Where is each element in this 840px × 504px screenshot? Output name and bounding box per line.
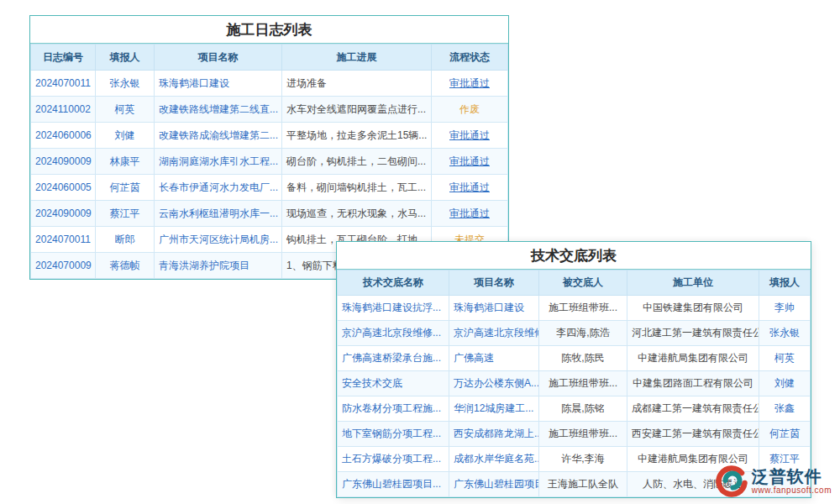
tech-project-cell[interactable]: 珠海鹤港口建设: [449, 296, 539, 321]
log-reporter-cell[interactable]: 刘健: [96, 123, 155, 149]
tech-reporter-cell[interactable]: 张永银: [759, 321, 811, 346]
tech-receiver-cell: 李四海,陈浩: [539, 321, 627, 346]
log-project-cell[interactable]: 改建铁路成渝线增建第二...: [155, 123, 282, 149]
tech-name-cell[interactable]: 京沪高速北京段维修...: [338, 321, 449, 346]
tech-receiver-cell: 陈牧,陈民: [539, 346, 627, 371]
tech-project-cell[interactable]: 华润12城房建工...: [449, 396, 539, 422]
table-row[interactable]: 防水卷材分项工程施...华润12城房建工...陈晨,陈铭成都建工第一建筑有限责任…: [338, 396, 811, 422]
tech-name-cell[interactable]: 广东佛山碧桂园项目...: [338, 472, 449, 497]
log-reporter-cell[interactable]: 林康平: [96, 149, 155, 175]
table-row[interactable]: 地下室钢筋分项工程...西安成都路龙湖上...施工班组带班...西安建工第一建筑…: [338, 422, 811, 447]
tech-project-cell[interactable]: 万达办公楼东侧A...: [449, 371, 539, 396]
log-id-cell[interactable]: 2024070011: [31, 227, 96, 253]
tech-unit-cell: 成都建工第一建筑有限责任公司: [627, 396, 759, 422]
watermark-url: www.fanpusoft.com: [752, 486, 832, 495]
log-status-cell[interactable]: 审批通过: [432, 71, 508, 97]
log-id-cell[interactable]: 2024060006: [31, 123, 96, 149]
log-reporter-cell[interactable]: 张永银: [96, 71, 155, 97]
table-row[interactable]: 京沪高速北京段维修...京沪高速北京段维修李四海,陈浩河北建工第一建筑有限责任公…: [338, 321, 811, 346]
tech-receiver-cell: 许华,李海: [539, 447, 627, 472]
log-id-cell[interactable]: 2024110002: [31, 97, 96, 123]
tech-col-project: 项目名称: [449, 270, 539, 296]
tech-reporter-cell[interactable]: 李帅: [759, 296, 811, 321]
log-header-row: 日志编号 填报人 项目名称 施工进展 流程状态: [31, 45, 508, 71]
tech-receiver-cell: 施工班组带班...: [539, 296, 627, 321]
tech-unit-cell: 中建集团路面工程有限公司: [627, 371, 759, 396]
log-project-cell[interactable]: 珠海鹤港口建设: [155, 71, 282, 97]
log-progress-cell: 现场巡查，无积水现象，水马...: [282, 201, 432, 227]
log-status-cell[interactable]: 审批通过: [432, 201, 508, 227]
tech-receiver-cell: 陈晨,陈铭: [539, 396, 627, 422]
tech-col-receiver: 被交底人: [539, 270, 627, 296]
tech-receiver-cell: 施工班组带班...: [539, 422, 627, 447]
log-project-cell[interactable]: 广州市天河区统计局机房...: [155, 227, 282, 253]
log-reporter-cell[interactable]: 蒋德帧: [96, 253, 155, 279]
tech-name-cell[interactable]: 珠海鹤港口建设抗浮...: [338, 296, 449, 321]
tech-project-cell[interactable]: 广东佛山碧桂园项目: [449, 472, 539, 497]
tech-project-cell[interactable]: 西安成都路龙湖上...: [449, 422, 539, 447]
log-progress-cell: 备料，砌间墙钩机排土，瓦工...: [282, 175, 432, 201]
log-col-project: 项目名称: [155, 45, 282, 71]
tech-name-cell[interactable]: 地下室钢筋分项工程...: [338, 422, 449, 447]
tech-unit-cell: 中建港航局集团有限公司: [627, 346, 759, 371]
tech-receiver-cell: 施工班组带班...: [539, 371, 627, 396]
tech-name-cell[interactable]: 防水卷材分项工程施...: [338, 396, 449, 422]
log-reporter-cell[interactable]: 柯英: [96, 97, 155, 123]
log-id-cell[interactable]: 2024060005: [31, 175, 96, 201]
tech-unit-cell: 中国铁建集团有限公司: [627, 296, 759, 321]
log-progress-cell: 平整场地，拉走多余泥土15辆...: [282, 123, 432, 149]
tech-reporter-cell[interactable]: 张鑫: [759, 396, 811, 422]
tech-reporter-cell[interactable]: 刘健: [759, 371, 811, 396]
log-col-reporter: 填报人: [96, 45, 155, 71]
log-panel-title: 施工日志列表: [30, 16, 508, 44]
log-status-cell[interactable]: 审批通过: [432, 175, 508, 201]
log-col-progress: 施工进展: [282, 45, 432, 71]
log-project-cell[interactable]: 改建铁路线增建第二线直...: [155, 97, 282, 123]
table-row[interactable]: 2024090009蔡江平云南水利枢纽潜明水库一...现场巡查，无积水现象，水马…: [31, 201, 508, 227]
log-progress-cell: 水车对全线遮阳网覆盖点进行...: [282, 97, 432, 123]
technical-disclosure-panel: 技术交底列表 技术交底名称 项目名称 被交底人 施工单位 填报人 珠海鹤港口建设…: [336, 241, 811, 498]
tech-name-cell[interactable]: 安全技术交底: [338, 371, 449, 396]
log-status-cell[interactable]: 作废: [432, 97, 508, 123]
log-project-cell[interactable]: 云南水利枢纽潜明水库一...: [155, 201, 282, 227]
log-reporter-cell[interactable]: 何芷茵: [96, 175, 155, 201]
table-row[interactable]: 2024060006刘健改建铁路成渝线增建第二...平整场地，拉走多余泥土15辆…: [31, 123, 508, 149]
table-row[interactable]: 珠海鹤港口建设抗浮...珠海鹤港口建设施工班组带班...中国铁建集团有限公司李帅: [338, 296, 811, 321]
log-id-cell[interactable]: 2024070011: [31, 71, 96, 97]
log-project-cell[interactable]: 青海洪湖养护院项目: [155, 253, 282, 279]
tech-col-reporter: 填报人: [759, 270, 811, 296]
tech-unit-cell: 西安建工第一建筑有限责任公司: [627, 422, 759, 447]
log-progress-cell: 进场准备: [282, 71, 432, 97]
log-col-id: 日志编号: [31, 45, 96, 71]
log-id-cell[interactable]: 2024090009: [31, 149, 96, 175]
tech-reporter-cell[interactable]: 柯英: [759, 346, 811, 371]
construction-log-panel: 施工日志列表 日志编号 填报人 项目名称 施工进展 流程状态 202407001…: [29, 15, 509, 280]
table-row[interactable]: 2024070011张永银珠海鹤港口建设进场准备审批通过: [31, 71, 508, 97]
log-reporter-cell[interactable]: 断郎: [96, 227, 155, 253]
tech-name-cell[interactable]: 广佛高速桥梁承台施...: [338, 346, 449, 371]
tech-project-cell[interactable]: 京沪高速北京段维修: [449, 321, 539, 346]
table-row[interactable]: 2024060005何芷茵长春市伊通河水力发电厂...备料，砌间墙钩机排土，瓦工…: [31, 175, 508, 201]
log-progress-cell: 砌台阶，钩机排土，二包砌间...: [282, 149, 432, 175]
watermark-brand: 泛普软件: [752, 467, 832, 486]
log-status-cell[interactable]: 审批通过: [432, 123, 508, 149]
tech-unit-cell: 河北建工第一建筑有限责任公司: [627, 321, 759, 346]
watermark-text: 泛普软件 www.fanpusoft.com: [752, 467, 832, 495]
log-col-status: 流程状态: [432, 45, 508, 71]
table-row[interactable]: 2024090009林康平湖南洞庭湖水库引水工程...砌台阶，钩机排土，二包砌间…: [31, 149, 508, 175]
log-project-cell[interactable]: 长春市伊通河水力发电厂...: [155, 175, 282, 201]
tech-reporter-cell[interactable]: 何芷茵: [759, 422, 811, 447]
table-row[interactable]: 2024110002柯英改建铁路线增建第二线直...水车对全线遮阳网覆盖点进行.…: [31, 97, 508, 123]
log-id-cell[interactable]: 2024090009: [31, 201, 96, 227]
tech-name-cell[interactable]: 土石方爆破分项工程...: [338, 447, 449, 472]
tech-project-cell[interactable]: 广佛高速: [449, 346, 539, 371]
log-id-cell[interactable]: 2024070009: [31, 253, 96, 279]
log-project-cell[interactable]: 湖南洞庭湖水库引水工程...: [155, 149, 282, 175]
log-status-cell[interactable]: 审批通过: [432, 149, 508, 175]
table-row[interactable]: 广佛高速桥梁承台施...广佛高速陈牧,陈民中建港航局集团有限公司柯英: [338, 346, 811, 371]
log-reporter-cell[interactable]: 蔡江平: [96, 201, 155, 227]
tech-header-row: 技术交底名称 项目名称 被交底人 施工单位 填报人: [338, 270, 811, 296]
table-row[interactable]: 安全技术交底万达办公楼东侧A...施工班组带班...中建集团路面工程有限公司刘健: [338, 371, 811, 396]
tech-col-name: 技术交底名称: [338, 270, 449, 296]
tech-project-cell[interactable]: 成都水岸华庭名苑...: [449, 447, 539, 472]
